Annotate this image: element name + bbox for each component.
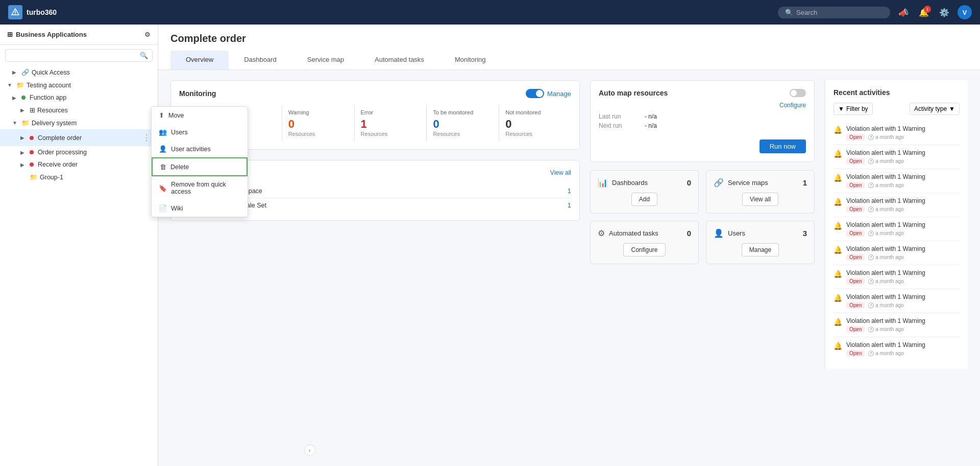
widget-service-maps: 🔗 Service maps 1 View all	[706, 170, 815, 214]
tab-monitoring[interactable]: Monitoring	[439, 51, 501, 69]
top-navigation: turbo360 🔍 📣 🔔 1 ⚙️ V	[0, 0, 980, 25]
chevron-right-icon: ▶	[20, 162, 28, 168]
activity-meta: Open 🕐 a month ago	[846, 182, 960, 189]
bell-icon: 🔔	[834, 198, 842, 213]
chevron-down-icon: ▼	[949, 105, 955, 112]
sidebar-item-resources[interactable]: ▶ ⊞ Resources	[0, 104, 158, 116]
resources-view-all[interactable]: View all	[550, 169, 571, 176]
tab-dashboard[interactable]: Dashboard	[229, 51, 292, 69]
widget-automated-tasks: ⚙ Automated tasks 0 Configure	[590, 221, 699, 264]
activities-filter: ▼ Filter by Activity type ▼	[834, 103, 960, 115]
monitoring-switch[interactable]	[526, 89, 544, 98]
sidebar-item-delivery-system[interactable]: ▼ 📁 Delivery system	[0, 116, 158, 129]
megaphone-button[interactable]: 📣	[896, 6, 911, 19]
widget-users: 👤 Users 3 Manage	[706, 221, 815, 264]
activity-time: 🕐 a month ago	[868, 327, 903, 332]
sidebar-item-testing-account[interactable]: ▼ 📁 Testing account	[0, 79, 158, 91]
manage-users-button[interactable]: Manage	[742, 243, 779, 257]
sidebar-item-quick-access[interactable]: ▶ 🔗 Quick Access	[0, 66, 158, 79]
monitoring-title: Monitoring	[179, 89, 216, 98]
tasks-icon: ⚙	[598, 228, 605, 238]
context-menu-wiki[interactable]: 📄 Wiki	[152, 200, 248, 217]
status-dot-red	[30, 162, 34, 167]
folder-icon: 📁	[30, 173, 38, 181]
activity-content: Violation alert with 1 Warning Open 🕐 a …	[846, 293, 960, 309]
activity-time: 🕐 a month ago	[868, 278, 903, 284]
list-item: 🔔 Violation alert with 1 Warning Open 🕐 …	[834, 313, 960, 337]
monitoring-toggle: Manage	[526, 89, 571, 98]
activity-meta: Open 🕐 a month ago	[846, 134, 960, 141]
view-all-service-maps-button[interactable]: View all	[742, 193, 778, 206]
list-item: 🔔 Violation alert with 1 Warning Open 🕐 …	[834, 337, 960, 361]
activity-title: Violation alert with 1 Warning	[846, 293, 960, 300]
filter-by-button[interactable]: ▼ Filter by	[834, 103, 873, 115]
sidebar-item-order-processing[interactable]: ▶ Order processing	[0, 146, 158, 158]
sidebar-item-function-app[interactable]: ▶ Function app	[0, 91, 158, 104]
move-icon: ⬆	[159, 111, 164, 119]
chevron-right-icon: ▶	[20, 150, 28, 155]
auto-map-header: Auto map resources	[599, 89, 806, 97]
search-input[interactable]	[796, 9, 878, 16]
widget-header: 📊 Dashboards 0	[598, 178, 691, 188]
activity-time: 🕐 a month ago	[868, 230, 903, 236]
sidebar-item-complete-order[interactable]: ▶ Complete order ⋮	[0, 129, 158, 146]
context-menu-remove-quick-access[interactable]: 🔖 Remove from quick access	[152, 176, 248, 200]
search-bar[interactable]: 🔍	[778, 7, 890, 18]
list-item: 🔔 Violation alert with 1 Warning Open 🕐 …	[834, 289, 960, 313]
chevron-right-icon: ▶	[12, 95, 19, 101]
context-menu-delete[interactable]: 🗑 Delete	[152, 157, 248, 176]
collapse-sidebar-button[interactable]: ‹	[304, 445, 315, 456]
activity-meta: Open 🕐 a month ago	[846, 326, 960, 333]
tab-automated-tasks[interactable]: Automated tasks	[359, 51, 439, 69]
tab-overview[interactable]: Overview	[170, 51, 229, 69]
content-header: Complete order Overview Dashboard Servic…	[158, 25, 980, 70]
auto-map-panel: Auto map resources Configure Last run - …	[590, 80, 815, 162]
sidebar-search-input[interactable]	[10, 52, 140, 59]
sidebar-item-group1[interactable]: 📁 Group-1	[0, 171, 158, 183]
tab-service-map[interactable]: Service map	[292, 51, 359, 69]
bell-icon: 🔔	[834, 246, 842, 261]
bell-icon: 🔔	[834, 318, 842, 333]
manage-link[interactable]: Manage	[547, 90, 571, 98]
app-logo[interactable]: turbo360	[8, 5, 57, 19]
configure-tasks-button[interactable]: Configure	[623, 243, 665, 257]
bookmark-icon: 🔖	[159, 184, 167, 192]
folder-icon: 📁	[21, 119, 30, 127]
add-dashboard-button[interactable]: Add	[631, 193, 657, 206]
activity-title: Violation alert with 1 Warning	[846, 197, 960, 204]
activity-content: Violation alert with 1 Warning Open 🕐 a …	[846, 221, 960, 237]
settings-button[interactable]: ⚙️	[937, 6, 951, 19]
main-layout: ⊞ Business Applications ⚙ 🔍 ▶ 🔗 Quick Ac…	[0, 25, 980, 466]
sidebar-grid-icon: ⊞	[7, 31, 13, 38]
filter-icon: ▼	[838, 105, 844, 112]
list-item: 🔔 Violation alert with 1 Warning Open 🕐 …	[834, 193, 960, 217]
sidebar-search[interactable]: 🔍	[5, 49, 153, 62]
activity-title: Violation alert with 1 Warning	[846, 245, 960, 252]
sidebar-item-receive-order[interactable]: ▶ Receive order	[0, 158, 158, 171]
user-avatar[interactable]: V	[958, 5, 972, 19]
activity-title: Violation alert with 1 Warning	[846, 317, 960, 324]
status-badge: Open	[846, 206, 865, 213]
activity-type-button[interactable]: Activity type ▼	[910, 103, 960, 115]
context-menu-move[interactable]: ⬆ Move	[152, 107, 248, 124]
sidebar-search-icon: 🔍	[140, 52, 148, 59]
resource-count: 1	[568, 187, 571, 195]
sidebar: ⊞ Business Applications ⚙ 🔍 ▶ 🔗 Quick Ac…	[0, 25, 158, 466]
sidebar-settings-icon[interactable]: ⚙	[144, 31, 151, 38]
activity-content: Violation alert with 1 Warning Open 🕐 a …	[846, 149, 960, 165]
activity-content: Violation alert with 1 Warning Open 🕐 a …	[846, 197, 960, 213]
context-menu-user-activities[interactable]: 👤 User activities	[152, 141, 248, 157]
activity-content: Violation alert with 1 Warning Open 🕐 a …	[846, 269, 960, 285]
list-item: 🔔 Violation alert with 1 Warning Open 🕐 …	[834, 145, 960, 169]
widget-count: 3	[803, 229, 807, 238]
status-badge: Open	[846, 254, 865, 261]
notifications-button[interactable]: 🔔 1	[917, 6, 931, 19]
users-icon: 👥	[159, 128, 167, 136]
run-now-button[interactable]: Run now	[760, 139, 806, 153]
resource-name: Event Hubs Namespace	[193, 188, 568, 195]
status-dot-green	[21, 96, 26, 100]
configure-link[interactable]: Configure	[779, 102, 806, 109]
context-menu-users[interactable]: 👥 Users	[152, 124, 248, 141]
content-body: Monitoring Manage Healthy —	[158, 70, 980, 379]
bell-icon: 🔔	[834, 150, 842, 165]
